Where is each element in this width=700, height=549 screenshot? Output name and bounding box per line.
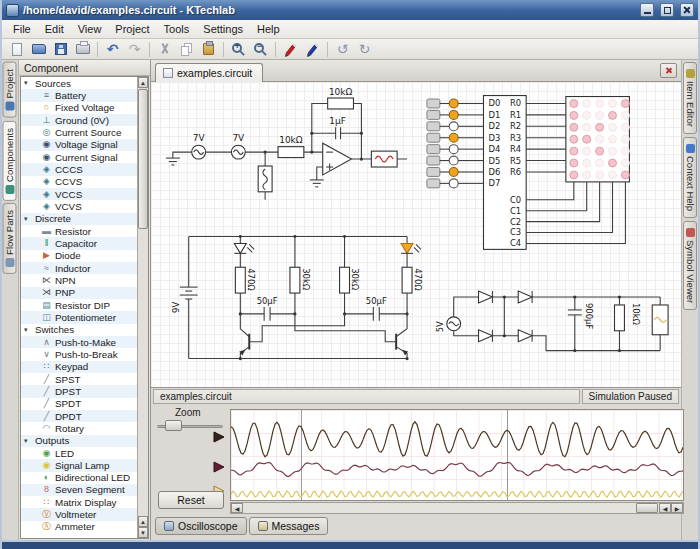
- push-button-d2[interactable]: [427, 122, 440, 131]
- save-button[interactable]: [50, 40, 71, 59]
- push-button-d1[interactable]: [427, 110, 440, 119]
- component-item-vccs[interactable]: ◈VCCS: [21, 188, 137, 200]
- menu-project[interactable]: Project: [108, 21, 156, 37]
- component-item-resistor[interactable]: ▬Resistor: [21, 225, 137, 237]
- maximize-button[interactable]: [660, 3, 674, 17]
- zoom-out-button[interactable]: [250, 40, 271, 59]
- component-item-resistor-dip[interactable]: ▤Resistor DIP: [21, 299, 137, 311]
- component-item-voltmeter[interactable]: ⓋVoltmeter: [21, 508, 137, 520]
- component-item-led[interactable]: ◉LED: [21, 447, 137, 459]
- logic-circuit[interactable]: D0D1D2D3D4D5D6D7R0R1R2R3R4R5R6C0C1C2C3C4: [427, 96, 629, 250]
- undo-arrow-button[interactable]: [102, 40, 123, 59]
- open-folder-button[interactable]: [28, 40, 49, 59]
- scroll-up-icon[interactable]: ▲: [138, 77, 148, 88]
- component-item-ground-0v[interactable]: ⊥Ground (0V): [21, 114, 137, 126]
- push-button-d6[interactable]: [427, 168, 440, 177]
- component-item-voltage-signal[interactable]: ◉Voltage Signal: [21, 139, 137, 151]
- logic-input-d6[interactable]: [449, 168, 458, 177]
- component-item-bidirectional-led[interactable]: ◐Bidirectional LED: [21, 472, 137, 484]
- menu-help[interactable]: Help: [250, 21, 287, 37]
- menu-settings[interactable]: Settings: [196, 21, 250, 37]
- logic-input-d5[interactable]: [449, 156, 458, 165]
- reset-button[interactable]: Reset: [158, 491, 224, 509]
- scope-scrollbar[interactable]: ◀ ◀ ▶: [230, 502, 684, 514]
- scroll-left-icon[interactable]: ◀: [231, 503, 243, 513]
- tree-section-outputs[interactable]: ▾Outputs: [21, 435, 137, 447]
- component-item-rotary[interactable]: ◠Rotary: [21, 422, 137, 434]
- side-tab-components[interactable]: Components: [3, 121, 17, 201]
- logic-input-d4[interactable]: [449, 145, 458, 154]
- component-item-matrix-display[interactable]: ∷Matrix Display: [21, 496, 137, 508]
- probe-marker-1[interactable]: [213, 429, 225, 441]
- zoom-slider-thumb[interactable]: [165, 420, 182, 431]
- red-pen-button[interactable]: [280, 40, 301, 59]
- side-tab-flow-parts[interactable]: Flow Parts: [3, 203, 17, 274]
- side-tab-item-editor[interactable]: Item Editor: [683, 62, 697, 134]
- component-item-potentiometer[interactable]: ◫Potentiometer: [21, 311, 137, 323]
- logic-input-d7[interactable]: [449, 179, 458, 188]
- close-button[interactable]: [680, 3, 694, 17]
- print-button[interactable]: [72, 40, 93, 59]
- scope-scrollbar-track[interactable]: [243, 503, 659, 513]
- component-item-diode[interactable]: ▶Diode: [21, 250, 137, 262]
- component-item-push-to-make[interactable]: ∧Push-to-Make: [21, 336, 137, 348]
- menu-edit[interactable]: Edit: [38, 21, 71, 37]
- scroll-left2-icon[interactable]: ◀: [659, 503, 671, 513]
- push-button-d3[interactable]: [427, 133, 440, 142]
- component-item-ammeter[interactable]: ⒶAmmeter: [21, 521, 137, 533]
- component-item-spdt[interactable]: ╱SPDT: [21, 398, 137, 410]
- scroll-up2-icon[interactable]: ▲: [138, 516, 148, 527]
- tree-section-discrete[interactable]: ▾Discrete: [21, 213, 137, 225]
- component-item-spst[interactable]: ╱SPST: [21, 373, 137, 385]
- component-item-npn[interactable]: ⋉NPN: [21, 274, 137, 286]
- side-tab-project[interactable]: Project: [3, 62, 17, 118]
- logic-input-d0[interactable]: [449, 99, 458, 108]
- paste-button[interactable]: [198, 40, 219, 59]
- side-tab-symbol-viewer[interactable]: Symbol Viewer: [683, 221, 697, 310]
- component-item-seven-segment[interactable]: 8Seven Segment: [21, 484, 137, 496]
- minimize-button[interactable]: [640, 3, 654, 17]
- component-item-dpdt[interactable]: ╱DPDT: [21, 410, 137, 422]
- probe-marker-2[interactable]: [213, 459, 225, 471]
- schematic[interactable]: 7V 7V 10kΩ: [151, 82, 681, 387]
- redo-arrow-button[interactable]: [124, 40, 145, 59]
- component-item-signal-lamp[interactable]: ◉Signal Lamp: [21, 459, 137, 471]
- menu-view[interactable]: View: [71, 21, 109, 37]
- close-document-button[interactable]: [660, 63, 677, 78]
- push-button-d0[interactable]: [427, 99, 440, 108]
- component-item-battery[interactable]: ≡Battery: [21, 89, 137, 101]
- blue-pen-button[interactable]: [302, 40, 323, 59]
- component-item-push-to-break[interactable]: ∨Push-to-Break: [21, 348, 137, 360]
- component-item-pnp[interactable]: ⋊PNP: [21, 287, 137, 299]
- component-item-keypad[interactable]: ∷Keypad: [21, 361, 137, 373]
- zoom-in-button[interactable]: [228, 40, 249, 59]
- tree-section-sources[interactable]: ▾Sources: [21, 77, 137, 89]
- tab-examples-circuit[interactable]: examples.circuit: [155, 63, 263, 82]
- component-item-dpst[interactable]: ╱DPST: [21, 385, 137, 397]
- tree-scrollbar[interactable]: ▲ ▲ ▼: [137, 77, 148, 538]
- multivibrator-circuit[interactable]: 9V 470Ω 30kΩ 30kΩ 470Ω: [171, 235, 423, 360]
- push-button-d5[interactable]: [427, 156, 440, 165]
- component-item-vcvs[interactable]: ◈VCVS: [21, 200, 137, 212]
- component-item-ccvs[interactable]: ◈CCVS: [21, 176, 137, 188]
- copy-button[interactable]: [176, 40, 197, 59]
- scroll-down-icon[interactable]: ▼: [138, 527, 148, 538]
- opamp-circuit[interactable]: 7V 7V 10kΩ: [166, 87, 407, 200]
- menu-tools[interactable]: Tools: [157, 21, 197, 37]
- scope-scrollbar-thumb[interactable]: [636, 503, 658, 513]
- bottom-tab-oscilloscope[interactable]: Oscilloscope: [155, 517, 247, 535]
- component-item-current-source[interactable]: ◎Current Source: [21, 126, 137, 138]
- component-item-inductor[interactable]: ≈Inductor: [21, 262, 137, 274]
- rotate-right-button[interactable]: [354, 40, 375, 59]
- logic-input-d1[interactable]: [449, 110, 458, 119]
- new-file-button[interactable]: [6, 40, 27, 59]
- component-item-current-signal[interactable]: ◉Current Signal: [21, 151, 137, 163]
- cut-button[interactable]: [154, 40, 175, 59]
- menu-file[interactable]: File: [6, 21, 38, 37]
- component-item-capacitor[interactable]: ‖Capacitor: [21, 237, 137, 249]
- bottom-tab-messages[interactable]: Messages: [249, 517, 329, 535]
- circuit-canvas[interactable]: 7V 7V 10kΩ: [151, 82, 681, 388]
- logic-input-d2[interactable]: [449, 122, 458, 131]
- scroll-right-icon[interactable]: ▶: [671, 503, 683, 513]
- component-item-fixed-voltage[interactable]: ○Fixed Voltage: [21, 102, 137, 114]
